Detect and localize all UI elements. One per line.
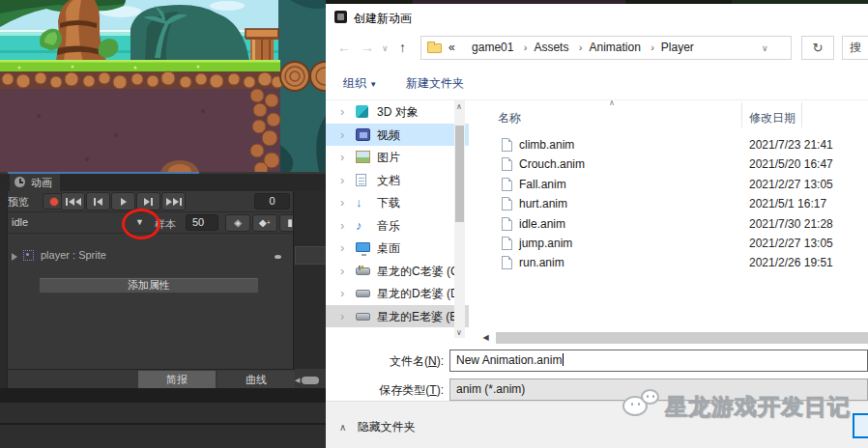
forward-icon[interactable]: → (361, 40, 374, 55)
unity-editor-panel: 动画 预览 0 idle ▼ 样本 50 ◈ ◆+ ▮+ (0, 0, 326, 448)
scroll-up-icon[interactable]: ∧ (456, 102, 462, 111)
file-row-climb[interactable]: climb.anim 2021/7/23 21:41 (471, 135, 868, 154)
back-icon[interactable]: ← (337, 40, 351, 55)
video-icon (356, 128, 370, 141)
tree-item-documents[interactable]: › 文档 (326, 169, 469, 192)
address-dropdown-icon[interactable]: ∨ (762, 43, 768, 53)
text-caret (563, 353, 564, 366)
annotation-red-circle (122, 209, 160, 239)
play-button[interactable] (111, 192, 135, 210)
scroll-down-icon[interactable]: ∨ (456, 328, 462, 337)
preview-button[interactable]: 预览 (8, 194, 29, 210)
tree-item-drive-c[interactable]: › 星龙的C老婆 (C: (326, 260, 469, 283)
file-row-fall[interactable]: Fall.anim 2021/2/27 13:05 (471, 175, 868, 194)
file-row-jump[interactable]: jump.anim 2021/2/27 13:05 (471, 234, 868, 253)
navigation-tree: › 3D 对象 › 视频 › 图片 › 文档 › ↓ 下 (326, 100, 469, 344)
refresh-button[interactable]: ↻ (801, 36, 834, 60)
drive-icon (356, 313, 370, 321)
breadcrumb-game01[interactable]: game01 (472, 41, 513, 54)
filetype-label: 保存类型(T): (332, 382, 444, 399)
up-icon[interactable]: ↑ (399, 40, 406, 55)
tree-item-music[interactable]: › ♪ 音乐 (326, 214, 469, 238)
screenshot-root: 动画 预览 0 idle ▼ 样本 50 ◈ ◆+ ▮+ (0, 0, 868, 448)
list-scroll-thumb[interactable] (496, 332, 868, 344)
expand-triangle-icon[interactable] (12, 253, 17, 261)
tree-item-drive-d[interactable]: › 星龙的D老婆 (D (326, 282, 469, 305)
tree-chevron-icon[interactable]: › (340, 173, 344, 187)
breadcrumb-assets[interactable]: Assets (534, 41, 568, 54)
tree-chevron-icon[interactable]: › (340, 195, 344, 210)
filename-input[interactable]: New Animation.anim (449, 350, 868, 372)
organize-menu[interactable]: 组织 ▼ (343, 75, 377, 92)
dialog-navrow: ← → ∨ ↑ « game01 ›Assets ›Animation ›Pla… (326, 31, 868, 66)
file-row-run[interactable]: run.anim 2021/2/26 19:51 (471, 253, 868, 272)
pillar-cap (246, 29, 278, 38)
tree-item-3d-objects[interactable]: › 3D 对象 (326, 100, 469, 124)
tree-item-downloads[interactable]: › ↓ 下载 (326, 191, 469, 214)
picture-icon (356, 151, 370, 163)
column-header-name[interactable]: 名称 (498, 110, 521, 126)
add-property-button[interactable]: 添加属性 (39, 277, 259, 294)
tree-item-drive-e[interactable]: › 星龙的E老婆 (E: (326, 305, 469, 328)
tree-item-pictures[interactable]: › 图片 (326, 146, 469, 169)
tab-animation-label: 动画 (31, 177, 52, 188)
wood-discs (280, 62, 326, 91)
game-scene (0, 0, 326, 172)
dialog-titlebar[interactable]: 创建新动画 (326, 4, 868, 31)
organize-caret-icon: ▼ (369, 80, 377, 89)
file-icon (502, 237, 512, 250)
wechat-icon (622, 387, 665, 426)
property-row-player-sprite[interactable]: player : Sprite (8, 247, 293, 266)
scroll-thumb[interactable] (302, 377, 319, 384)
tab-animation[interactable]: 动画 (10, 174, 60, 191)
animation-toolbar: 预览 0 (0, 191, 326, 212)
search-input[interactable]: 搜 (842, 36, 868, 60)
timeline-hscrollbar[interactable]: ◀ (295, 375, 326, 386)
column-header-date[interactable]: 修改日期 (749, 110, 796, 126)
breadcrumb-player[interactable]: Player (661, 41, 694, 54)
scroll-left-icon[interactable]: ◀ (478, 332, 493, 344)
breadcrumb-animation[interactable]: Animation (589, 41, 640, 54)
clock-icon (14, 177, 25, 187)
add-keyframe-button[interactable]: ◆+ (252, 214, 277, 232)
save-dialog: 创建新动画 ← → ∨ ↑ « game01 ›Assets ›Animatio… (326, 4, 868, 448)
address-bar[interactable]: « game01 ›Assets ›Animation ›Player ∨ (420, 36, 792, 60)
list-hscrollbar[interactable]: ◀ (471, 332, 868, 344)
timeline-pane[interactable] (293, 191, 326, 369)
left-edge-strip (0, 191, 8, 388)
document-icon (356, 174, 366, 186)
cube-icon (356, 105, 368, 118)
hide-folders-button[interactable]: ∧ 隐藏文件夹 (339, 419, 416, 435)
prev-key-button[interactable] (86, 192, 110, 210)
clip-row: idle ▼ 样本 50 ◈ ◆+ ▮+ (0, 213, 326, 234)
keyframe-view-icon[interactable]: ◈ (225, 214, 250, 232)
history-chevron-icon[interactable]: ∨ (382, 43, 389, 53)
samples-field[interactable]: 50 (186, 214, 218, 231)
tree-chevron-icon[interactable]: › (340, 218, 344, 233)
property-label: player : Sprite (41, 249, 106, 261)
tab-dopesheet[interactable]: 简报 (138, 371, 216, 389)
tree-chevron-icon[interactable]: › (340, 240, 344, 255)
tree-item-desktop[interactable]: › 桌面 (326, 237, 469, 260)
tab-curves[interactable]: 曲线 (217, 371, 295, 389)
last-frame-button[interactable] (161, 192, 186, 210)
tree-chevron-icon[interactable]: › (340, 104, 344, 119)
tree-scroll-thumb[interactable] (455, 126, 464, 222)
breadcrumb-guillemet[interactable]: « (448, 41, 455, 54)
file-row-idle[interactable]: idle.anim 2021/7/30 21:28 (471, 214, 868, 234)
new-folder-button[interactable]: 新建文件夹 (406, 75, 464, 92)
first-frame-button[interactable] (61, 192, 85, 210)
frame-field[interactable]: 0 (254, 193, 290, 210)
scroll-left-icon[interactable]: ◀ (295, 377, 300, 384)
tree-scrollbar[interactable]: ∧ ∨ (454, 100, 465, 338)
file-icon (502, 138, 512, 152)
tree-chevron-icon[interactable]: › (340, 127, 344, 142)
tree-chevron-icon[interactable]: › (340, 309, 344, 323)
file-row-hurt[interactable]: hurt.anim 2021/5/1 16:17 (471, 194, 868, 213)
tree-item-videos[interactable]: › 视频 (326, 124, 469, 147)
tree-chevron-icon[interactable]: › (340, 150, 344, 164)
tree-chevron-icon[interactable]: › (340, 286, 344, 300)
file-row-crouch[interactable]: Crouch.anim 2021/5/20 16:47 (471, 154, 868, 174)
tree-chevron-icon[interactable]: › (340, 264, 344, 278)
clip-dropdown[interactable]: idle (12, 216, 28, 228)
